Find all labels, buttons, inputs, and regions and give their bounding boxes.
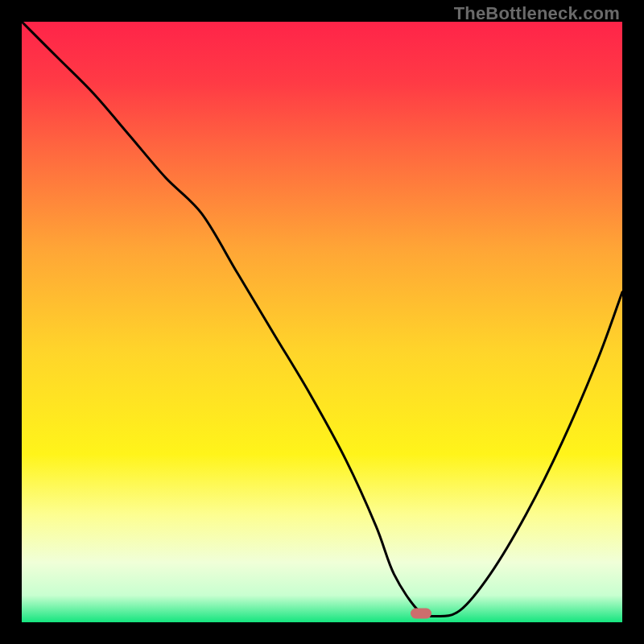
plot-area (22, 22, 622, 622)
bottleneck-curve (22, 22, 622, 622)
optimal-marker (411, 608, 431, 618)
